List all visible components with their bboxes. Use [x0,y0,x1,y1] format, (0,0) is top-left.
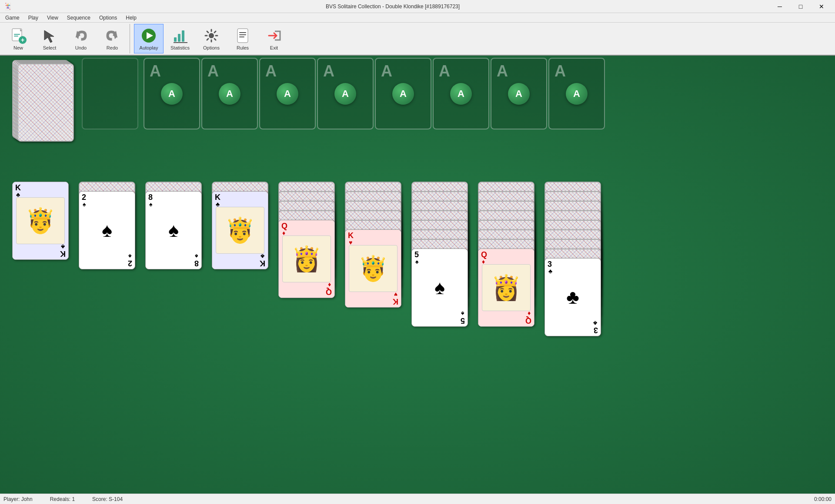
card-rank-tl: K [215,193,220,201]
menu-item-play[interactable]: Play [25,14,42,22]
foundation-circle-8: A [566,83,588,105]
foundation-circle-3: A [277,83,298,105]
col-4-top-card[interactable]: 🤴 K ♣ K ♣ [212,191,268,269]
undo-icon [72,27,90,44]
card-rank-br: K [260,259,265,267]
rules-icon [234,27,251,44]
menu-item-game[interactable]: Game [2,14,23,22]
card-suit-tl: ♦ [482,259,485,265]
card-suit-br: ♠ [128,253,131,259]
redo-label: Redo [107,45,118,50]
card-suit-tl: ♠ [83,201,86,207]
redeals-status: Redeals: 1 [50,496,75,502]
col-3-top-card[interactable]: ♠ 8 ♠ 8 ♠ [145,191,202,269]
foundation-slot-2[interactable]: A A [201,58,258,129]
card-suit-br: ♣ [593,320,597,326]
maximize-button[interactable]: □ [791,0,811,13]
card-rank-tl: K [15,184,21,192]
autoplay-button[interactable]: Autoplay [134,24,164,53]
card-rank-br: 8 [194,259,199,267]
select-button[interactable]: Select [35,24,64,53]
svg-rect-13 [174,42,187,43]
new-icon: + [10,27,27,44]
options-label: Options [203,45,220,50]
foundation-label-8: A [554,62,566,80]
card-suit-tl: ♣ [216,201,220,207]
card-rank-tl: Q [281,222,287,230]
card-rank-br: 5 [461,317,465,325]
card-suit-tl: ♥ [349,239,352,245]
col-7-top-card[interactable]: ♠ 5 ♠ 5 ♠ [411,249,468,327]
foundation-circle-6: A [450,83,472,105]
menu-item-sequence[interactable]: Sequence [63,14,94,22]
toolbar-separator [130,24,131,53]
card-rank-tl: 5 [414,251,419,259]
redo-button[interactable]: Redo [97,24,127,53]
foundation-slot-1[interactable]: A A [144,58,200,129]
game-area[interactable]: A A A A A A A A A A A A A A A A 🤴 K ♣ K … [0,56,835,494]
menu-item-view[interactable]: View [43,14,62,22]
foundation-slot-4[interactable]: A A [317,58,374,129]
undo-button[interactable]: Undo [66,24,96,53]
card-rank-tl: 3 [548,260,552,268]
score-status: Score: S-104 [92,496,123,502]
col-8-top-card[interactable]: 👸 Q ♦ Q ♦ [478,249,534,327]
foundation-circle-2: A [219,83,240,105]
foundation-slot-8[interactable]: A A [548,58,605,129]
statistics-label: Statistics [170,45,190,50]
menu-item-help[interactable]: Help [122,14,140,22]
foundation-slot-6[interactable]: A A [433,58,489,129]
card-rank-br: K [60,250,66,258]
svg-rect-11 [178,34,180,42]
select-label: Select [43,45,57,50]
stock-card-4[interactable] [17,63,74,142]
col-6-top-card[interactable]: 🤴 K ♥ K ♥ [345,229,401,308]
card-suit-br: ♣ [261,253,264,259]
autoplay-label: Autoplay [140,45,158,50]
card-suit-tl: ♦ [282,230,285,236]
card-suit-br: ♠ [461,311,464,317]
foundation-circle-7: A [508,83,530,105]
menubar: GamePlayViewSequenceOptionsHelp [0,13,835,23]
svg-rect-12 [182,30,184,42]
foundation-circle-4: A [334,83,356,105]
col-1-top-card[interactable]: 🤴 K ♣ K ♣ [12,182,69,260]
titlebar-title: BVS Solitaire Collection - Double Klondi… [326,3,460,10]
card-suit-br: ♠ [195,253,198,259]
statistics-button[interactable]: Statistics [165,24,195,53]
close-button[interactable]: ✕ [812,0,832,13]
card-rank-tl: 8 [148,193,153,201]
waste-slot[interactable] [82,58,138,129]
card-rank-br: Q [326,288,332,296]
rules-label: Rules [237,45,249,50]
new-button[interactable]: + New [3,24,33,53]
foundation-slot-5[interactable]: A A [375,58,431,129]
foundation-label-6: A [439,62,450,80]
minimize-button[interactable]: ─ [770,0,790,13]
card-suit-tl: ♣ [548,268,552,274]
foundation-circle-1: A [161,83,183,105]
card-rank-tl: 2 [82,193,86,201]
card-suit-br: ♦ [528,311,531,317]
col-5-top-card[interactable]: 👸 Q ♦ Q ♦ [278,220,335,298]
exit-icon [265,27,283,44]
card-rank-br: 3 [594,326,598,334]
rules-button[interactable]: Rules [228,24,257,53]
options-button[interactable]: Options [197,24,226,53]
exit-button[interactable]: Exit [259,24,289,53]
menu-item-options[interactable]: Options [96,14,120,22]
autoplay-icon [140,27,157,44]
col-2-top-card[interactable]: ♠ 2 ♠ 2 ♠ [79,191,135,269]
foundation-label-3: A [265,62,277,80]
card-suit-tl: ♠ [149,201,152,207]
foundation-slot-7[interactable]: A A [491,58,547,129]
select-icon [41,27,58,44]
foundation-slot-3[interactable]: A A [259,58,316,129]
svg-rect-2 [14,34,20,35]
col-9-top-card[interactable]: ♣ 3 ♣ 3 ♣ [544,258,601,336]
redo-icon [104,27,121,44]
svg-point-14 [209,33,214,38]
card-suit-tl: ♣ [16,192,20,198]
svg-rect-17 [239,34,246,35]
player-status: Player: John [3,496,33,502]
